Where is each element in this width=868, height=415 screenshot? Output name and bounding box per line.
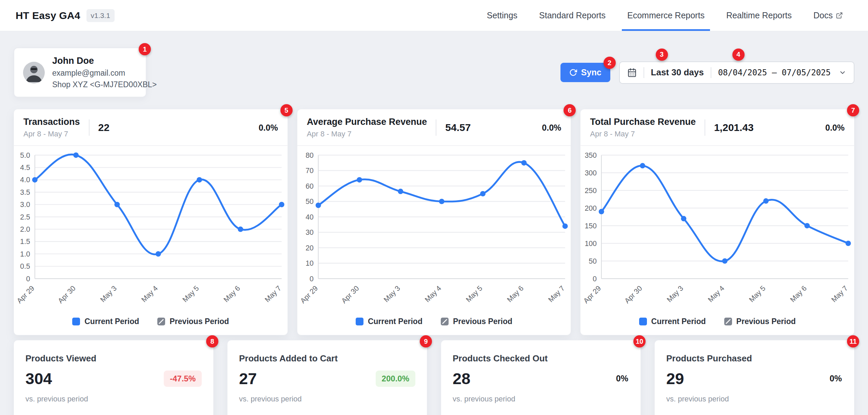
chart-legend: Current Period Previous Period — [580, 317, 854, 326]
nav-item-standard-reports[interactable]: Standard Reports — [532, 0, 613, 31]
svg-text:May 4: May 4 — [423, 284, 443, 304]
svg-text:1.5: 1.5 — [20, 238, 30, 246]
nav-item-label: Docs — [813, 11, 833, 20]
svg-text:Apr 29: Apr 29 — [15, 284, 36, 305]
stat-value: 304 — [25, 369, 52, 388]
legend-swatch-previous — [441, 318, 449, 325]
svg-text:May 3: May 3 — [382, 284, 402, 304]
account-email: example@gmail.com — [52, 69, 137, 78]
svg-text:1.0: 1.0 — [20, 250, 30, 258]
stat-card-products-checked-out: 10 Products Checked Out 28 0% vs. previo… — [441, 340, 641, 415]
account-name: John Doe — [52, 56, 137, 66]
svg-text:50: 50 — [305, 197, 314, 206]
svg-text:May 6: May 6 — [222, 284, 242, 304]
annotation-badge-9: 9 — [420, 335, 432, 347]
svg-text:150: 150 — [585, 222, 597, 230]
svg-text:0.5: 0.5 — [20, 262, 30, 270]
divider — [711, 67, 711, 78]
metric-value: 1,201.43 — [714, 122, 754, 133]
svg-text:May 5: May 5 — [464, 284, 484, 304]
chart-card-header: Transactions Apr 8 - May 7 22 0.0% — [14, 109, 288, 146]
refresh-icon — [569, 69, 577, 76]
stat-cards-row: 8 Products Viewed 304 -47.5% vs. previou… — [14, 340, 854, 415]
date-preset-label[interactable]: Last 30 days — [651, 67, 704, 78]
svg-text:0: 0 — [26, 275, 30, 283]
legend-current-period[interactable]: Current Period — [356, 317, 422, 326]
svg-text:Apr 30: Apr 30 — [56, 284, 77, 305]
annotation-badge-2: 2 — [604, 57, 616, 69]
legend-current-period[interactable]: Current Period — [72, 317, 139, 326]
svg-text:4.5: 4.5 — [20, 164, 30, 172]
line-chart: 050100150200250300350Apr 29Apr 30May 3Ma… — [580, 149, 854, 318]
svg-text:May 7: May 7 — [263, 284, 283, 304]
app-title: HT Easy GA4 — [16, 10, 80, 21]
svg-text:80: 80 — [305, 151, 314, 159]
chart-legend: Current Period Previous Period — [297, 317, 571, 326]
stat-value-row: 304 -47.5% — [25, 369, 202, 388]
nav-item-settings[interactable]: Settings — [479, 0, 525, 31]
divider — [705, 119, 705, 136]
legend-previous-period[interactable]: Previous Period — [157, 317, 229, 326]
annotation-badge-8: 8 — [206, 335, 218, 347]
svg-text:May 4: May 4 — [140, 284, 159, 304]
stat-value-row: 28 0% — [453, 369, 629, 388]
legend-previous-period[interactable]: Previous Period — [441, 317, 512, 326]
chart-card-header: Total Purchase Revenue Apr 8 - May 7 1,2… — [580, 109, 854, 146]
connected-account-card: 1 John Doe example@gmail.com Shop XYZ <G… — [14, 48, 146, 97]
nav-item-realtime-reports[interactable]: Realtime Reports — [719, 0, 799, 31]
stat-title: Products Purchased — [666, 353, 843, 364]
svg-text:100: 100 — [585, 240, 597, 248]
calendar-icon — [627, 68, 637, 77]
version-badge: v1.3.1 — [86, 9, 115, 22]
chart-date-range: Apr 8 - May 7 — [307, 130, 427, 138]
chart-title: Total Purchase Revenue — [590, 117, 696, 127]
metric-change: 0.0% — [542, 123, 561, 133]
chart-card-transactions: 5 Transactions Apr 8 - May 7 22 0.0% 00.… — [14, 109, 288, 335]
chart-title-block: Transactions Apr 8 - May 7 — [23, 117, 80, 138]
annotation-badge-11: 11 — [847, 335, 859, 347]
page-content: 1 John Doe example@gmail.com Shop XYZ <G… — [0, 48, 868, 415]
chart-title: Average Purchase Revenue — [307, 117, 427, 127]
svg-text:50: 50 — [589, 257, 597, 265]
annotation-badge-1: 1 — [139, 43, 151, 55]
nav-item-docs[interactable]: Docs — [806, 0, 850, 31]
stat-note: vs. previous period — [666, 395, 843, 403]
legend-previous-period[interactable]: Previous Period — [724, 317, 796, 326]
change-badge: 200.0% — [376, 371, 415, 387]
svg-text:May 7: May 7 — [547, 284, 566, 304]
svg-text:May 3: May 3 — [99, 284, 118, 304]
divider — [89, 119, 90, 136]
svg-text:May 7: May 7 — [830, 284, 850, 304]
chevron-down-icon[interactable] — [839, 69, 846, 76]
legend-label: Previous Period — [170, 317, 229, 326]
chart-date-range: Apr 8 - May 7 — [23, 130, 80, 138]
svg-text:May 6: May 6 — [789, 284, 808, 304]
metric-value: 54.57 — [445, 122, 471, 133]
date-range-picker[interactable]: 3 4 Last 30 days 08/04/2025 – 07/05/2025 — [619, 61, 854, 84]
sync-button[interactable]: 2 Sync — [560, 63, 610, 82]
svg-text:May 6: May 6 — [506, 284, 525, 304]
metric-value: 22 — [98, 122, 110, 133]
change-badge: -47.5% — [164, 371, 202, 387]
legend-current-period[interactable]: Current Period — [639, 317, 706, 326]
stat-note: vs. previous period — [25, 395, 202, 403]
stat-value-row: 27 200.0% — [239, 369, 415, 388]
stat-value-row: 29 0% — [666, 369, 843, 388]
divider — [436, 119, 436, 136]
svg-text:2.0: 2.0 — [20, 225, 30, 233]
legend-label: Current Period — [84, 317, 139, 326]
avatar — [23, 62, 45, 83]
line-chart: 00.51.01.52.02.53.03.54.04.55.0Apr 29Apr… — [14, 149, 288, 318]
svg-text:70: 70 — [305, 167, 314, 175]
date-range-value[interactable]: 08/04/2025 – 07/05/2025 — [718, 68, 831, 77]
toolbar-controls: 2 Sync 3 4 Last 30 days 08/04/2025 – 07/… — [560, 61, 854, 84]
svg-text:20: 20 — [305, 244, 314, 252]
svg-text:May 3: May 3 — [665, 284, 685, 304]
svg-text:Apr 30: Apr 30 — [340, 284, 360, 305]
divider — [644, 67, 644, 78]
legend-label: Previous Period — [453, 317, 512, 326]
legend-swatch-current — [72, 318, 80, 325]
legend-label: Current Period — [651, 317, 706, 326]
nav-item-ecommerce-reports[interactable]: Ecommerce Reports — [620, 0, 712, 31]
stat-value: 27 — [239, 369, 257, 388]
